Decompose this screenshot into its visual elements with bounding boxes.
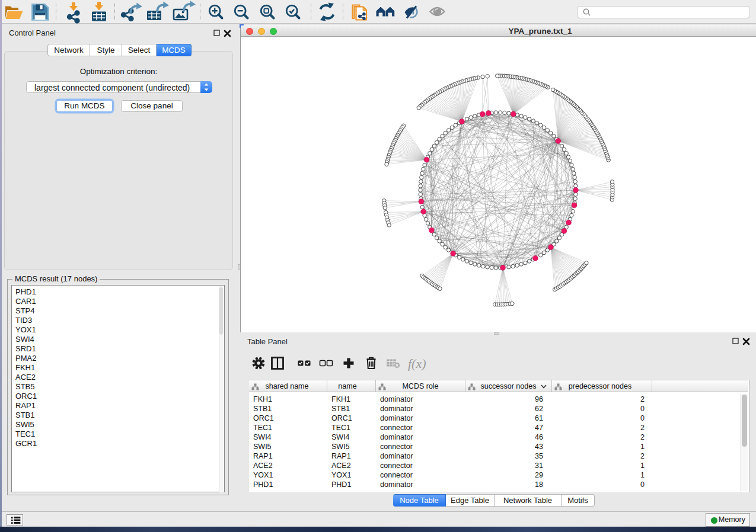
svg-text:f(x): f(x)	[408, 356, 426, 371]
